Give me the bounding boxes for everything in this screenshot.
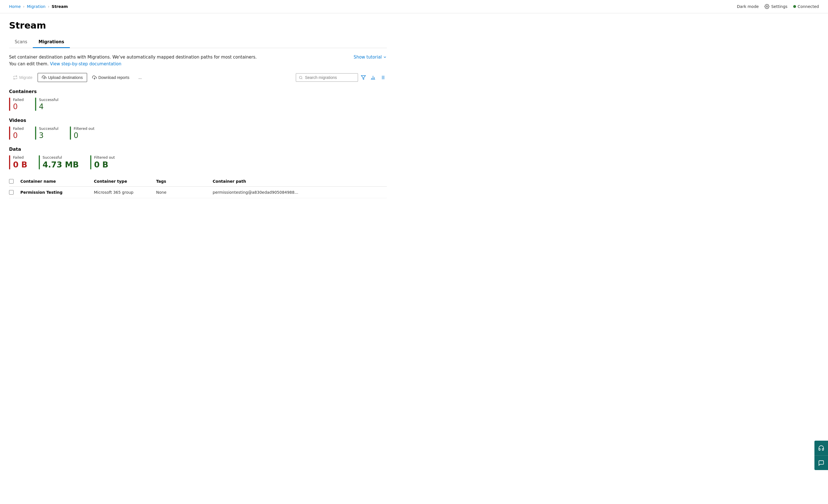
data-failed-value: 0 B [13,160,28,169]
videos-failed-value: 0 [13,131,24,140]
row-container-name: Permission Testing [20,190,94,195]
containers-failed-stat: Failed 0 [9,97,24,111]
containers-successful-value: 4 [39,102,58,111]
breadcrumb-migration[interactable]: Migration [27,4,45,9]
download-reports-button[interactable]: Download reports [88,73,133,82]
chart-view-button[interactable] [369,73,377,82]
col-header-type: Container type [94,179,156,183]
table: Container name Container type Tags Conta… [9,176,387,198]
svg-line-4 [301,78,302,79]
more-button[interactable]: ... [134,73,146,82]
upload-destinations-button[interactable]: Upload destinations [38,73,87,82]
data-section-label: Data [9,146,387,152]
containers-stats-row: Failed 0 Successful 4 [9,97,387,111]
connected-dot [793,5,796,8]
show-tutorial-button[interactable]: Show tutorial [354,54,387,60]
topbar: Home › Migration › Stream Dark mode Sett… [0,0,828,13]
svg-marker-5 [361,76,366,80]
videos-filtered-value: 0 [74,131,95,140]
table-header: Container name Container type Tags Conta… [9,176,387,187]
settings-button[interactable]: Settings [764,4,787,9]
containers-section-label: Containers [9,89,387,94]
download-icon [92,75,97,80]
row-checkbox[interactable] [9,190,13,195]
svg-point-3 [299,76,302,79]
videos-stats-row: Failed 0 Successful 3 Filtered out 0 [9,126,387,140]
description-area: Set container destination paths with Mig… [9,54,387,67]
upload-icon [42,75,46,80]
settings-label: Settings [771,4,787,9]
description-main: Set container destination paths with Mig… [9,54,257,67]
data-successful-value: 4.73 MB [43,160,79,169]
data-filtered-value: 0 B [94,160,115,169]
col-header-name: Container name [20,179,94,183]
chart-icon [370,75,376,80]
breadcrumb-current: Stream [52,4,68,9]
row-tags: None [156,190,213,195]
containers-successful-label: Successful [39,97,58,102]
videos-successful-stat: Successful 3 [35,126,58,140]
toolbar: Migrate Upload destinations Download rep… [9,73,387,82]
select-all-checkbox[interactable] [9,179,13,183]
containers-failed-bar [9,97,10,111]
videos-failed-stat: Failed 0 [9,126,24,140]
filter-icon [361,75,366,80]
migrate-icon [13,75,17,80]
data-filtered-label: Filtered out [94,155,115,160]
chevron-down-icon [383,55,387,59]
page-content: Stream Scans Migrations Set container de… [0,13,396,205]
data-successful-stat: Successful 4.73 MB [39,155,79,169]
containers-failed-label: Failed [13,97,24,102]
search-icon [299,76,302,80]
tab-migrations[interactable]: Migrations [33,37,70,48]
docs-link[interactable]: View step-by-step documentation [50,61,122,67]
breadcrumb: Home › Migration › Stream [9,4,68,9]
videos-failed-label: Failed [13,126,24,131]
videos-successful-bar [35,126,36,140]
containers-successful-content: Successful 4 [39,97,58,111]
videos-filtered-stat: Filtered out 0 [70,126,95,140]
tab-bar: Scans Migrations [9,37,387,48]
svg-point-0 [767,6,768,7]
search-input[interactable] [305,75,355,80]
data-failed-bar [9,155,10,169]
videos-successful-value: 3 [39,131,58,140]
connected-label: Connected [798,4,819,9]
table-row: Permission Testing Microsoft 365 group N… [9,187,387,198]
list-icon [380,75,385,80]
filter-button[interactable] [359,73,368,82]
data-filtered-bar [90,155,91,169]
containers-successful-stat: Successful 4 [35,97,58,111]
dark-mode-toggle[interactable]: Dark mode [737,4,759,9]
tab-scans[interactable]: Scans [9,37,33,48]
search-box[interactable] [296,73,358,82]
migrate-button[interactable]: Migrate [9,73,37,82]
data-successful-label: Successful [43,155,79,160]
breadcrumb-sep2: › [48,4,49,9]
page-title: Stream [9,20,387,31]
containers-failed-value: 0 [13,102,24,111]
data-failed-label: Failed [13,155,28,160]
description-text: Set container destination paths with Mig… [9,54,263,67]
containers-failed-content: Failed 0 [13,97,24,111]
row-checkbox-cell [9,190,20,195]
col-header-tags: Tags [156,179,213,183]
row-container-path: permissiontesting@a830edad905084988... [213,190,387,195]
videos-section-label: Videos [9,118,387,123]
data-stats-row: Failed 0 B Successful 4.73 MB Filtered o… [9,155,387,169]
videos-successful-label: Successful [39,126,58,131]
list-view-button[interactable] [378,73,387,82]
col-header-path: Container path [213,179,387,183]
topbar-right: Dark mode Settings Connected [737,4,819,9]
breadcrumb-home[interactable]: Home [9,4,20,9]
containers-successful-bar [35,97,36,111]
videos-filtered-bar [70,126,71,140]
row-container-type: Microsoft 365 group [94,190,156,195]
data-successful-bar [39,155,40,169]
data-filtered-stat: Filtered out 0 B [90,155,115,169]
videos-failed-bar [9,126,10,140]
connected-status: Connected [793,4,819,9]
breadcrumb-sep1: › [23,4,25,9]
data-failed-stat: Failed 0 B [9,155,28,169]
table-header-checkbox-cell [9,179,20,183]
